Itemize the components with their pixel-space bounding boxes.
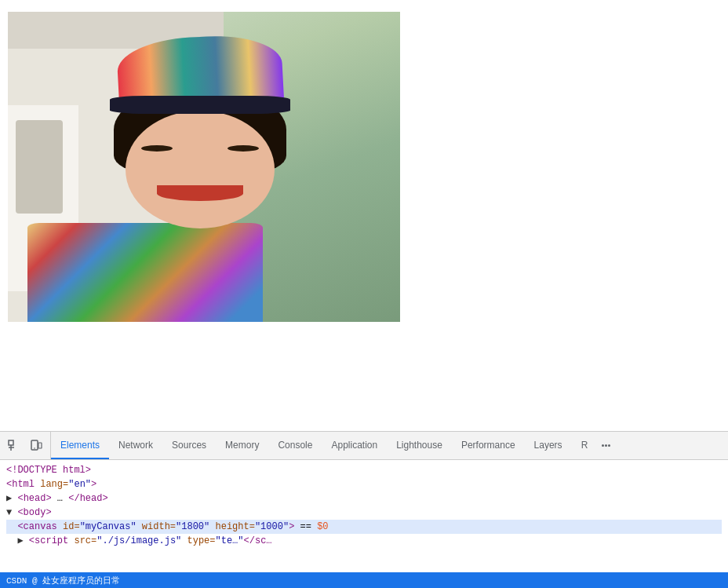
- devtools-tabs: Elements Network Sources Memory Console …: [51, 432, 615, 459]
- code-line-head: ▶ <head> … </head>: [6, 491, 722, 506]
- left-eye: [141, 145, 173, 152]
- tab-sources[interactable]: Sources: [162, 432, 216, 459]
- tab-elements[interactable]: Elements: [51, 432, 109, 459]
- devtools-statusbar: CSDN @ 处女座程序员的日常: [0, 572, 728, 588]
- right-eye: [228, 145, 259, 152]
- svg-rect-0: [9, 440, 13, 445]
- tab-network[interactable]: Network: [109, 432, 162, 459]
- tab-layers[interactable]: Layers: [525, 432, 572, 459]
- dot2: [605, 444, 607, 447]
- tab-console[interactable]: Console: [268, 432, 322, 459]
- sweater: [27, 223, 263, 322]
- tab-application[interactable]: Application: [322, 432, 387, 459]
- tab-performance[interactable]: Performance: [452, 432, 525, 459]
- tab-lighthouse[interactable]: Lighthouse: [387, 432, 452, 459]
- dot3: [608, 444, 610, 447]
- face: [126, 111, 275, 228]
- more-tabs-button[interactable]: [597, 432, 615, 459]
- devtools-left-icons: [0, 432, 51, 459]
- devtools-code-content: <!DOCTYPE html> <html lang="en"> ▶ <head…: [0, 460, 728, 588]
- hat-brim: [110, 96, 290, 115]
- code-line-body: ▼ <body>: [6, 506, 722, 520]
- image-container: [8, 12, 400, 322]
- lips: [157, 185, 243, 201]
- canvas-photo: [8, 12, 400, 322]
- tab-recorder[interactable]: R: [572, 432, 598, 459]
- devtools-panel: Elements Network Sources Memory Console …: [0, 431, 728, 588]
- svg-point-5: [34, 447, 35, 449]
- device-toolbar-icon[interactable]: [28, 438, 44, 454]
- inspect-element-icon[interactable]: [6, 438, 22, 454]
- code-line-doctype: <!DOCTYPE html>: [6, 463, 722, 477]
- tab-memory[interactable]: Memory: [216, 432, 268, 459]
- browser-content: [0, 0, 728, 455]
- dot1: [602, 444, 604, 447]
- code-line-script: ▶ <script src="./js/image.js" type="te…"…: [6, 534, 722, 548]
- devtools-toolbar: Elements Network Sources Memory Console …: [0, 432, 728, 460]
- status-left-text: CSDN @ 处女座程序员的日常: [6, 575, 120, 586]
- code-line-canvas[interactable]: <canvas id="myCanvas" width="1800" heigh…: [6, 520, 722, 534]
- code-line-html: <html lang="en">: [6, 477, 722, 491]
- svg-rect-4: [38, 443, 42, 448]
- van-mirror: [16, 120, 63, 214]
